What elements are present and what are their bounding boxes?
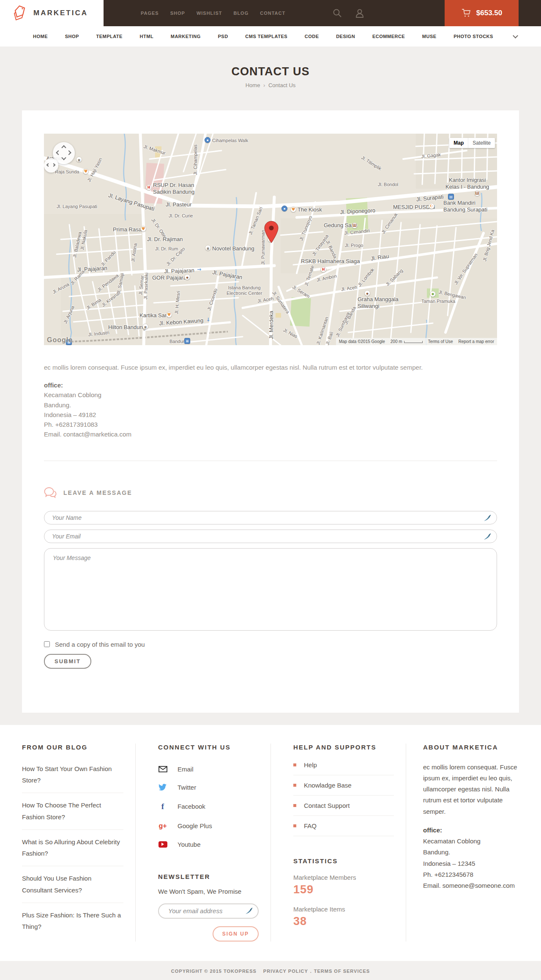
submit-button[interactable]: SUBMIT bbox=[44, 654, 91, 669]
report-error-link[interactable]: Report a map error bbox=[459, 339, 494, 344]
map-marker-pin[interactable] bbox=[264, 221, 279, 244]
map-street-label: Cihampelas Walk bbox=[212, 138, 248, 143]
map-poi-icon bbox=[290, 206, 296, 212]
map-street-label: Jl. Pajajaran bbox=[164, 267, 194, 275]
form-heading-text: LEAVE A MESSAGE bbox=[63, 489, 132, 496]
map-street-label: GOR Pajajaran bbox=[152, 275, 189, 281]
youtube-icon bbox=[158, 841, 167, 848]
terms-link[interactable]: Terms of Use bbox=[428, 339, 453, 344]
map-street-label: Istana Bandung Electronic Center bbox=[227, 285, 262, 296]
connect-twitter[interactable]: Twitter bbox=[158, 778, 259, 796]
contact-intro: ec mollis lorem consequat. Fusce ipsum e… bbox=[44, 363, 497, 372]
top-nav-item[interactable]: WISHLIST bbox=[197, 11, 222, 16]
help-link[interactable]: Contact Support bbox=[293, 796, 394, 816]
help-link[interactable]: Help bbox=[293, 755, 394, 775]
name-input[interactable] bbox=[52, 514, 478, 521]
connect-label: Google Plus bbox=[178, 822, 212, 829]
category-nav-item[interactable]: MUSE bbox=[422, 34, 437, 39]
connect-email[interactable]: Email bbox=[158, 760, 259, 778]
top-nav-item[interactable]: SHOP bbox=[170, 11, 185, 16]
cart-button[interactable]: $653.50 bbox=[445, 0, 519, 26]
connect-facebook[interactable]: f Facebook bbox=[158, 796, 259, 817]
breadcrumb-home[interactable]: Home bbox=[246, 82, 260, 88]
top-nav: PAGESSHOPWISHLISTBLOGCONTACT bbox=[141, 11, 285, 16]
chevron-down-icon[interactable] bbox=[513, 33, 518, 38]
map-street-label: Novotel Bandung bbox=[212, 245, 254, 252]
office-block: office: Kecamatan CoblongBandung.Indones… bbox=[44, 380, 497, 439]
help-link[interactable]: Knowladge Base bbox=[293, 775, 394, 796]
privacy-policy-link[interactable]: PRIVACY POLICY bbox=[263, 969, 308, 974]
blog-link[interactable]: What is So Alluring About Celebrity Fash… bbox=[22, 829, 123, 866]
map-street-label: Hilton Bandung bbox=[108, 324, 146, 331]
header-icons bbox=[333, 8, 364, 18]
signup-button[interactable]: SIGN UP bbox=[213, 926, 259, 942]
map-poi-icon bbox=[184, 338, 190, 344]
top-nav-item[interactable]: PAGES bbox=[141, 11, 159, 16]
card-divider bbox=[44, 461, 497, 461]
breadcrumb: Home › Contact Us bbox=[0, 82, 541, 88]
control-right-icon[interactable] bbox=[52, 163, 55, 167]
message-input[interactable] bbox=[44, 548, 497, 631]
bottom-bar: COPYRIGHT © 2015 TOKOPRESS PRIVACY POLIC… bbox=[0, 961, 541, 980]
map-street-label: Prima Rasa bbox=[113, 226, 142, 233]
blog-link[interactable]: Should You Use Fashion Consultant Servic… bbox=[22, 866, 123, 903]
office-line: Indonesia – 12345 bbox=[423, 858, 520, 869]
blog-link[interactable]: How To Start Your Own Fashion Store? bbox=[22, 757, 123, 793]
account-icon[interactable] bbox=[355, 8, 364, 18]
map-view-button[interactable]: Map bbox=[449, 138, 468, 148]
map-street-label: Jl. Dr. Rum bbox=[155, 246, 178, 252]
pan-right-icon[interactable] bbox=[66, 150, 71, 155]
google-plus-icon: g+ bbox=[158, 822, 167, 830]
connect-label: Youtube bbox=[178, 841, 201, 848]
cart-icon bbox=[461, 8, 471, 18]
send-copy-checkbox[interactable] bbox=[44, 641, 50, 647]
category-nav-item[interactable]: ECOMMERCE bbox=[372, 34, 405, 39]
category-nav-item[interactable]: TEMPLATE bbox=[96, 34, 122, 39]
google-map[interactable]: Cihampelas WalkAstoniaJl. Haji YasinRaja… bbox=[44, 134, 497, 345]
top-nav-item[interactable]: CONTACT bbox=[260, 11, 285, 16]
statistics-heading: STATISTICS bbox=[293, 857, 394, 865]
category-nav-item[interactable]: HOME bbox=[33, 34, 48, 39]
pan-up-icon[interactable] bbox=[61, 145, 66, 150]
pan-down-icon[interactable] bbox=[61, 155, 66, 160]
pan-left-icon[interactable] bbox=[56, 150, 60, 155]
logo[interactable]: MARKETICA bbox=[0, 0, 104, 26]
category-nav-item[interactable]: CMS TEMPLATES bbox=[245, 34, 287, 39]
map-street-label: Taman Pramuka bbox=[421, 299, 455, 304]
help-link[interactable]: FAQ bbox=[293, 816, 394, 836]
search-icon[interactable] bbox=[333, 8, 342, 18]
category-nav-item[interactable]: DESIGN bbox=[336, 34, 355, 39]
cart-total: $653.50 bbox=[476, 9, 502, 17]
newsletter-email-input[interactable] bbox=[168, 907, 241, 914]
control-left-icon[interactable] bbox=[46, 163, 50, 167]
satellite-view-button[interactable]: Satellite bbox=[468, 138, 495, 148]
page-title: CONTACT US bbox=[0, 65, 541, 78]
name-field-wrap bbox=[44, 511, 497, 524]
square-bullet-icon bbox=[293, 763, 296, 766]
map-poi-icon bbox=[205, 137, 210, 143]
map-street-label: Jl. Bondol bbox=[378, 182, 398, 187]
category-nav-item[interactable]: PSD bbox=[218, 34, 228, 39]
blog-link[interactable]: Plus Size Fashion: Is There Such a Thing… bbox=[22, 903, 123, 939]
office-line: Email. someone@someone.com bbox=[423, 880, 520, 891]
category-nav-item[interactable]: MARKETING bbox=[171, 34, 201, 39]
email-input[interactable] bbox=[52, 533, 478, 540]
category-nav-item[interactable]: SHOP bbox=[65, 34, 79, 39]
contact-card: Cihampelas WalkAstoniaJl. Haji YasinRaja… bbox=[22, 110, 519, 713]
category-nav-item[interactable]: CODE bbox=[305, 34, 319, 39]
connect-googleplus[interactable]: g+ Google Plus bbox=[158, 817, 259, 835]
connect-youtube[interactable]: Youtube bbox=[158, 835, 259, 854]
terms-link[interactable]: TERMS OF SERVICES bbox=[314, 969, 370, 974]
category-nav-item[interactable]: HTML bbox=[140, 34, 154, 39]
map-secondary-control[interactable] bbox=[44, 158, 58, 173]
map-poi-icon bbox=[281, 206, 287, 211]
connect-heading: CONNECT WITH US bbox=[158, 744, 259, 751]
footer-about-column: ABOUT MARKETICA ec mollis lorem consequa… bbox=[406, 744, 541, 942]
blog-link[interactable]: How To Choose The Perfect Fashion Store? bbox=[22, 793, 123, 829]
category-nav-item[interactable]: PHOTO STOCKS bbox=[454, 34, 493, 39]
footer-blog-column: FROM OUR BLOG How To Start Your Own Fash… bbox=[0, 744, 136, 942]
site-footer: FROM OUR BLOG How To Start Your Own Fash… bbox=[0, 725, 541, 961]
email-field-wrap bbox=[44, 530, 497, 543]
message-field-wrap bbox=[44, 548, 497, 632]
top-nav-item[interactable]: BLOG bbox=[233, 11, 249, 16]
